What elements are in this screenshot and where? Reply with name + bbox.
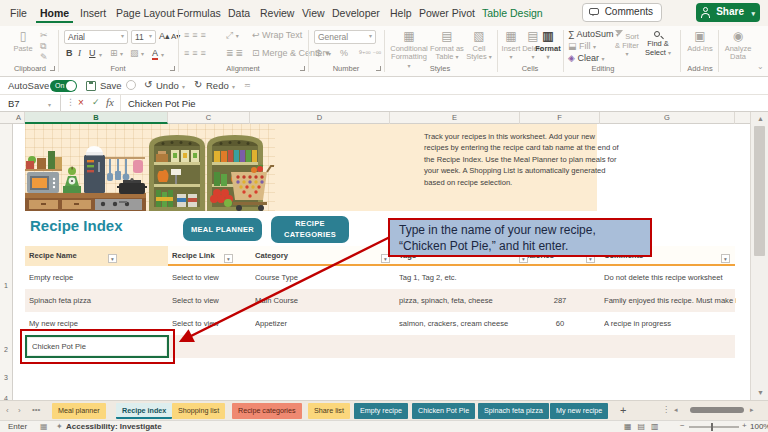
column-header-e[interactable]: E bbox=[390, 112, 520, 124]
confirm-entry-icon[interactable]: ✓ bbox=[92, 97, 100, 107]
find-select-button[interactable]: Find & Select ▾ bbox=[643, 30, 673, 57]
formula-input[interactable]: Chicken Pot Pie bbox=[128, 98, 196, 109]
save-icon[interactable] bbox=[86, 81, 96, 91]
tab-file[interactable]: File bbox=[6, 5, 31, 21]
cell-g5[interactable]: Family enjoyed this recipe. Must make it… bbox=[604, 289, 736, 312]
row-header-1[interactable]: 1 bbox=[0, 282, 12, 298]
fill-color-icon[interactable]: ▨ ▾ bbox=[130, 48, 144, 58]
cut-icon[interactable]: ✂ bbox=[40, 30, 48, 40]
zoom-slider[interactable] bbox=[689, 426, 739, 428]
cell-e5[interactable]: pizza, spinach, feta, cheese bbox=[399, 289, 517, 312]
bold-button[interactable]: B bbox=[66, 48, 73, 58]
vertical-scrollbar[interactable]: ▲ ▼ bbox=[750, 112, 768, 400]
comments-button[interactable]: Comments bbox=[582, 3, 662, 22]
undo-label[interactable]: Undo bbox=[156, 80, 179, 91]
recipe-categories-button[interactable]: RECIPE CATEGORIES bbox=[271, 216, 349, 243]
cell-e6[interactable]: salmon, crackers, cream cheese bbox=[399, 312, 517, 335]
name-box[interactable]: B7 bbox=[8, 98, 20, 109]
cell-c4[interactable]: Select to view bbox=[172, 266, 252, 289]
cancel-entry-icon[interactable]: × bbox=[78, 97, 84, 108]
analyze-data-button[interactable]: ◉ Analyze Data bbox=[722, 30, 754, 62]
scroll-up-icon[interactable]: ▲ bbox=[757, 115, 764, 122]
cell-f4[interactable] bbox=[520, 266, 600, 289]
sheet-nav-left-icon[interactable]: ‹ bbox=[6, 406, 9, 415]
tab-power-pivot[interactable]: Power Pivot bbox=[415, 5, 479, 21]
insert-function-icon[interactable]: fx bbox=[106, 96, 114, 108]
italic-button[interactable]: I bbox=[78, 48, 81, 58]
name-box-dropdown-icon[interactable]: ▾ bbox=[48, 101, 51, 108]
decimal-icons[interactable]: ⁺⁰⁰ ⁻⁰⁰ bbox=[362, 50, 381, 58]
autosum-button[interactable]: ∑ AutoSum ▾ bbox=[568, 29, 619, 39]
header-category[interactable]: Category bbox=[255, 246, 288, 266]
sheet-nav-more-icon[interactable]: ••• bbox=[32, 405, 40, 414]
orientation-icon[interactable]: ⤢ ▾ bbox=[226, 30, 239, 41]
column-header-a[interactable]: A bbox=[13, 112, 25, 124]
alignment-dialog-launcher[interactable] bbox=[300, 66, 305, 71]
number-dialog-launcher[interactable] bbox=[376, 66, 381, 71]
horizontal-align-icons[interactable]: ≡≡≡ bbox=[184, 48, 209, 58]
format-painter-icon[interactable]: ✎ bbox=[40, 52, 48, 62]
vertical-align-icons[interactable]: ≡≡≡ bbox=[184, 30, 209, 40]
collapse-ribbon-icon[interactable]: ⌄ bbox=[757, 62, 764, 71]
column-header-c[interactable]: C bbox=[168, 112, 250, 124]
fill-button[interactable]: ⬓ Fill ▾ bbox=[568, 41, 596, 51]
sort-filter-button[interactable]: Sort & Filter ▾ bbox=[614, 30, 640, 59]
sheet-tab-share-list[interactable]: Share list bbox=[308, 403, 350, 419]
sheet-nav-right-icon[interactable]: › bbox=[18, 406, 21, 415]
insert-cells-button[interactable]: ▦ Insert ▾ bbox=[500, 30, 522, 62]
addins-button[interactable]: ▣ Add-ins bbox=[686, 30, 714, 53]
meal-planner-button[interactable]: MEAL PLANNER bbox=[183, 218, 262, 241]
number-format-select[interactable]: General ▾ bbox=[314, 30, 376, 44]
clipboard-dialog-launcher[interactable] bbox=[50, 66, 55, 71]
filter-icon-comments[interactable]: ▾ bbox=[721, 254, 730, 263]
cell-d6[interactable]: Appetizer bbox=[255, 312, 385, 335]
filter-icon-recipe-link[interactable]: ▾ bbox=[224, 254, 233, 263]
header-recipe-name[interactable]: Recipe Name bbox=[29, 246, 77, 266]
zoom-in-icon[interactable]: + bbox=[742, 421, 747, 430]
zoom-out-icon[interactable]: − bbox=[680, 421, 685, 430]
tab-page-layout[interactable]: Page Layout bbox=[112, 5, 179, 21]
sheet-tab-recipe-index[interactable]: Recipe index bbox=[116, 403, 172, 419]
sheet-tab-meal-planner[interactable]: Meal planner bbox=[52, 403, 106, 419]
sheet-tab-my-new-recipe[interactable]: My new recipe bbox=[550, 403, 608, 419]
row-header-2[interactable]: 2 bbox=[0, 346, 12, 360]
cell-styles-button[interactable]: ▧ Cell Styles ▾ bbox=[464, 30, 494, 62]
clear-button[interactable]: ◈ Clear ▾ bbox=[568, 53, 604, 63]
cell-g6[interactable]: A recipe in progress bbox=[604, 312, 736, 335]
hscroll-right-icon[interactable]: ▸ bbox=[750, 406, 754, 414]
more-options-icon[interactable]: ⋮ bbox=[66, 97, 75, 107]
font-name-select[interactable]: Arial ▾ bbox=[64, 30, 128, 44]
row-header-3[interactable]: 3 bbox=[0, 374, 12, 388]
copy-icon[interactable]: ⧉ bbox=[40, 41, 46, 52]
number-format-icons[interactable]: $▾ % ⁹ bbox=[316, 48, 366, 58]
format-as-table-button[interactable]: ▤ Format as Table ▾ bbox=[430, 30, 464, 62]
column-header-b[interactable]: B bbox=[25, 112, 168, 124]
tab-help[interactable]: Help bbox=[386, 5, 416, 21]
accessibility-status[interactable]: Accessibility: Investigate bbox=[66, 422, 162, 431]
cell-g4[interactable]: Do not delete this recipe worksheet bbox=[604, 266, 736, 289]
cell-c6[interactable]: Select to view bbox=[172, 312, 252, 335]
tab-view[interactable]: View bbox=[298, 5, 329, 21]
column-header-f[interactable]: F bbox=[520, 112, 600, 124]
cell-d4[interactable]: Course Type bbox=[255, 266, 385, 289]
cell-b5[interactable]: Spinach feta pizza bbox=[29, 289, 164, 312]
horizontal-scrollbar-thumb[interactable] bbox=[690, 407, 744, 413]
sheet-tab-chicken-pot-pie[interactable]: Chicken Pot Pie bbox=[412, 403, 475, 419]
tab-data[interactable]: Data bbox=[224, 5, 254, 21]
font-dialog-launcher[interactable] bbox=[170, 66, 175, 71]
header-recipe-link[interactable]: Recipe Link bbox=[172, 246, 215, 266]
underline-button[interactable]: U bbox=[89, 48, 96, 58]
zoom-slider-thumb[interactable] bbox=[711, 423, 713, 431]
cell-c5[interactable]: Select to view bbox=[172, 289, 252, 312]
share-button[interactable]: Share ▾ bbox=[696, 3, 760, 22]
customize-qat-icon[interactable]: ≂ bbox=[244, 81, 251, 90]
cell-b4[interactable]: Empty recipe bbox=[29, 266, 164, 289]
column-header-g[interactable]: G bbox=[600, 112, 735, 124]
cell-e4[interactable]: Tag 1, Tag 2, etc. bbox=[399, 266, 517, 289]
paste-button[interactable]: ▯ Paste bbox=[8, 30, 38, 53]
sheet-tab-spinach-feta-pizza[interactable]: Spinach feta pizza bbox=[478, 403, 549, 419]
scroll-down-icon[interactable]: ▼ bbox=[757, 389, 764, 396]
redo-dropdown-icon[interactable]: ▾ bbox=[232, 83, 235, 90]
tab-formulas[interactable]: Formulas bbox=[173, 5, 225, 21]
sheet-tab-recipe-categories[interactable]: Recipe categories bbox=[232, 403, 302, 419]
